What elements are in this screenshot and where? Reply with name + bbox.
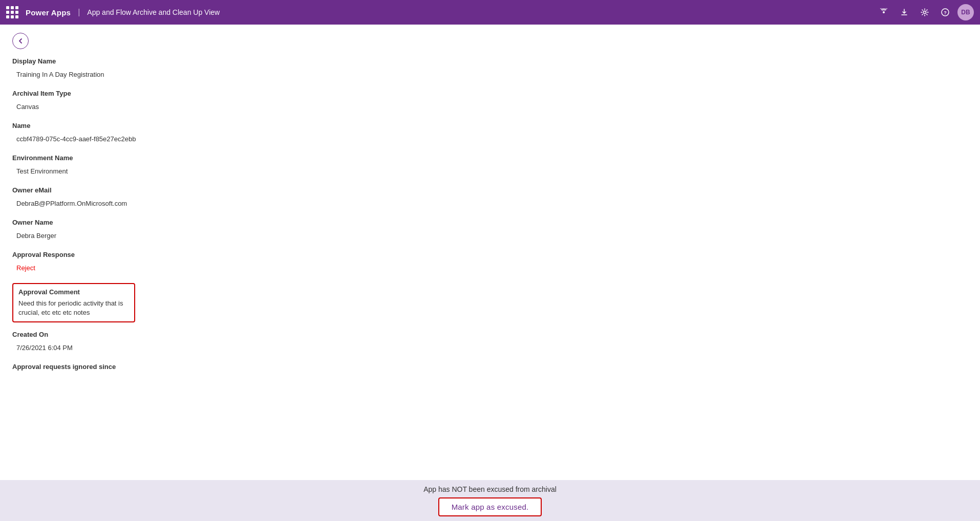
approval-requests-ignored-since-value <box>12 373 968 387</box>
waffle-button[interactable] <box>6 6 18 18</box>
archival-item-type-group: Archival Item Type Canvas <box>12 90 968 114</box>
name-value: ccbf4789-075c-4cc9-aaef-f85e27ec2ebb <box>12 132 968 146</box>
display-name-label: Display Name <box>12 57 968 65</box>
environment-name-value: Test Environment <box>12 164 968 178</box>
owner-email-group: Owner eMail DebraB@PPlatform.OnMicrosoft… <box>12 186 968 210</box>
avatar[interactable]: DB <box>957 4 974 20</box>
created-on-group: Created On 7/26/2021 6:04 PM <box>12 331 968 355</box>
footer-status-text: App has NOT been excused from archival <box>423 485 557 493</box>
owner-email-value: DebraB@PPlatform.OnMicrosoft.com <box>12 196 968 210</box>
name-label: Name <box>12 122 968 129</box>
owner-name-label: Owner Name <box>12 219 968 226</box>
environment-name-group: Environment Name Test Environment <box>12 154 968 178</box>
approval-comment-box: Approval Comment Need this for periodic … <box>12 283 135 322</box>
broadcast-icon-button[interactable] <box>876 4 892 20</box>
help-button[interactable]: ? <box>937 4 953 20</box>
approval-comment-text: Need this for periodic activity that is … <box>18 299 129 317</box>
owner-name-value: Debra Berger <box>12 228 968 243</box>
download-button[interactable] <box>896 4 912 20</box>
title-separator: | <box>78 8 80 17</box>
owner-name-group: Owner Name Debra Berger <box>12 219 968 243</box>
approval-comment-label: Approval Comment <box>18 288 129 296</box>
svg-text:?: ? <box>944 10 947 15</box>
footer-bar: App has NOT been excused from archival M… <box>0 480 980 521</box>
approval-response-value: Reject <box>12 260 968 275</box>
header-actions: ? DB <box>876 4 974 20</box>
top-nav: Power Apps | App and Flow Archive and Cl… <box>0 0 980 25</box>
created-on-value: 7/26/2021 6:04 PM <box>12 340 968 355</box>
name-group: Name ccbf4789-075c-4cc9-aaef-f85e27ec2eb… <box>12 122 968 146</box>
archival-item-type-label: Archival Item Type <box>12 90 968 97</box>
settings-button[interactable] <box>917 4 933 20</box>
approval-requests-ignored-since-group: Approval requests ignored since <box>12 363 968 387</box>
main-content: Display Name Training In A Day Registrat… <box>0 25 980 480</box>
page-title-header: App and Flow Archive and Clean Up View <box>87 8 220 16</box>
created-on-label: Created On <box>12 331 968 338</box>
archival-item-type-value: Canvas <box>12 99 968 114</box>
approval-response-group: Approval Response Reject <box>12 251 968 275</box>
approval-requests-ignored-since-label: Approval requests ignored since <box>12 363 968 371</box>
display-name-group: Display Name Training In A Day Registrat… <box>12 57 968 81</box>
back-button[interactable] <box>12 33 29 49</box>
svg-point-1 <box>924 11 926 14</box>
environment-name-label: Environment Name <box>12 154 968 162</box>
display-name-value: Training In A Day Registration <box>12 67 968 81</box>
owner-email-label: Owner eMail <box>12 186 968 194</box>
approval-response-label: Approval Response <box>12 251 968 258</box>
svg-rect-0 <box>883 11 885 13</box>
app-name: Power Apps <box>26 8 71 17</box>
mark-excused-button[interactable]: Mark app as excused. <box>438 497 542 516</box>
